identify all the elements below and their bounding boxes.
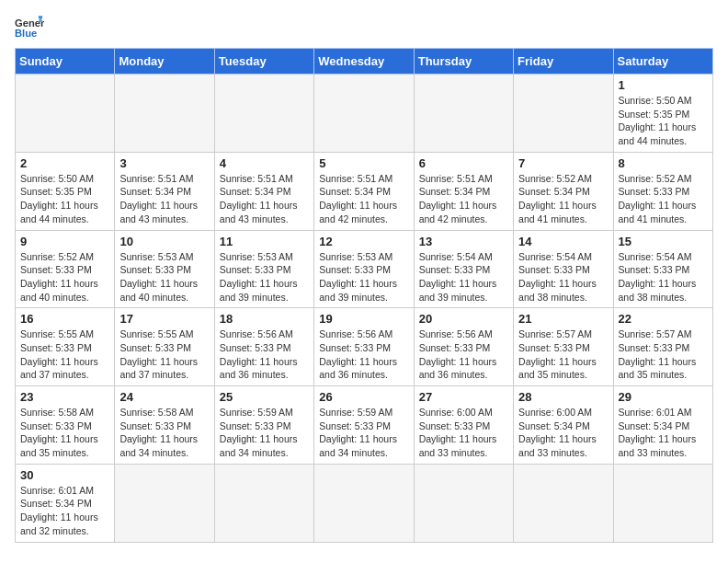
day-info: Sunrise: 5:54 AMSunset: 5:33 PMDaylight:… <box>518 250 608 304</box>
calendar-cell: 25Sunrise: 5:59 AMSunset: 5:33 PMDayligh… <box>214 386 313 465</box>
calendar-cell: 2Sunrise: 5:50 AMSunset: 5:35 PMDaylight… <box>16 152 115 230</box>
day-info: Sunrise: 5:54 AMSunset: 5:33 PMDaylight:… <box>419 250 508 304</box>
calendar-cell: 3Sunrise: 5:51 AMSunset: 5:34 PMDaylight… <box>115 152 214 230</box>
calendar-cell: 19Sunrise: 5:56 AMSunset: 5:33 PMDayligh… <box>314 308 414 386</box>
calendar-cell: 4Sunrise: 5:51 AMSunset: 5:34 PMDaylight… <box>214 152 313 230</box>
day-number: 22 <box>619 312 708 326</box>
day-info: Sunrise: 5:52 AMSunset: 5:34 PMDaylight:… <box>518 172 608 226</box>
logo: General Blue <box>15 15 44 40</box>
day-number: 6 <box>419 156 508 170</box>
week-row-5: 23Sunrise: 5:58 AMSunset: 5:33 PMDayligh… <box>16 386 713 465</box>
weekday-saturday: Saturday <box>613 49 712 75</box>
calendar-cell <box>514 75 613 153</box>
calendar-cell: 28Sunrise: 6:00 AMSunset: 5:34 PMDayligh… <box>514 386 613 465</box>
day-info: Sunrise: 5:51 AMSunset: 5:34 PMDaylight:… <box>220 172 309 226</box>
calendar-cell: 16Sunrise: 5:55 AMSunset: 5:33 PMDayligh… <box>16 308 115 386</box>
day-info: Sunrise: 5:56 AMSunset: 5:33 PMDaylight:… <box>319 327 408 382</box>
svg-text:Blue: Blue <box>15 28 37 39</box>
weekday-monday: Monday <box>115 49 214 75</box>
calendar-cell <box>514 464 613 542</box>
week-row-1: 1Sunrise: 5:50 AMSunset: 5:35 PMDaylight… <box>16 75 713 153</box>
day-info: Sunrise: 5:56 AMSunset: 5:33 PMDaylight:… <box>419 327 508 382</box>
page-header: General Blue <box>15 15 713 40</box>
day-number: 30 <box>20 468 109 482</box>
weekday-wednesday: Wednesday <box>314 49 414 75</box>
calendar-cell <box>314 75 414 153</box>
day-number: 21 <box>518 312 608 326</box>
day-number: 2 <box>20 156 109 170</box>
day-info: Sunrise: 5:52 AMSunset: 5:33 PMDaylight:… <box>20 250 109 304</box>
calendar-cell: 10Sunrise: 5:53 AMSunset: 5:33 PMDayligh… <box>115 230 214 308</box>
calendar-cell <box>214 464 313 542</box>
calendar-cell: 29Sunrise: 6:01 AMSunset: 5:34 PMDayligh… <box>613 386 712 465</box>
day-info: Sunrise: 6:00 AMSunset: 5:34 PMDaylight:… <box>518 406 608 460</box>
day-info: Sunrise: 5:51 AMSunset: 5:34 PMDaylight:… <box>419 172 508 226</box>
calendar-cell: 7Sunrise: 5:52 AMSunset: 5:34 PMDaylight… <box>514 152 613 230</box>
calendar-cell <box>115 75 214 153</box>
day-info: Sunrise: 5:53 AMSunset: 5:33 PMDaylight:… <box>220 250 309 304</box>
calendar-cell <box>414 464 513 542</box>
day-number: 26 <box>319 390 408 404</box>
calendar-cell: 15Sunrise: 5:54 AMSunset: 5:33 PMDayligh… <box>613 230 712 308</box>
calendar-cell: 8Sunrise: 5:52 AMSunset: 5:33 PMDaylight… <box>613 152 712 230</box>
calendar-cell: 1Sunrise: 5:50 AMSunset: 5:35 PMDaylight… <box>613 75 712 153</box>
day-number: 9 <box>20 235 109 248</box>
calendar-cell: 11Sunrise: 5:53 AMSunset: 5:33 PMDayligh… <box>214 230 313 308</box>
week-row-3: 9Sunrise: 5:52 AMSunset: 5:33 PMDaylight… <box>16 230 713 308</box>
week-row-4: 16Sunrise: 5:55 AMSunset: 5:33 PMDayligh… <box>16 308 713 386</box>
day-info: Sunrise: 5:50 AMSunset: 5:35 PMDaylight:… <box>20 172 109 226</box>
day-number: 7 <box>518 156 608 170</box>
day-number: 29 <box>619 390 708 404</box>
calendar-cell: 26Sunrise: 5:59 AMSunset: 5:33 PMDayligh… <box>314 386 414 465</box>
calendar-cell: 24Sunrise: 5:58 AMSunset: 5:33 PMDayligh… <box>115 386 214 465</box>
day-number: 15 <box>619 235 708 248</box>
calendar-cell: 5Sunrise: 5:51 AMSunset: 5:34 PMDaylight… <box>314 152 414 230</box>
day-info: Sunrise: 5:53 AMSunset: 5:33 PMDaylight:… <box>319 250 408 304</box>
calendar-cell: 6Sunrise: 5:51 AMSunset: 5:34 PMDaylight… <box>414 152 513 230</box>
day-number: 19 <box>319 312 408 326</box>
day-number: 24 <box>119 390 209 404</box>
calendar-cell: 22Sunrise: 5:57 AMSunset: 5:33 PMDayligh… <box>613 308 712 386</box>
day-number: 13 <box>419 235 508 248</box>
day-info: Sunrise: 5:57 AMSunset: 5:33 PMDaylight:… <box>518 327 608 382</box>
calendar-cell: 21Sunrise: 5:57 AMSunset: 5:33 PMDayligh… <box>514 308 613 386</box>
calendar-cell <box>414 75 513 153</box>
calendar-cell: 23Sunrise: 5:58 AMSunset: 5:33 PMDayligh… <box>16 386 115 465</box>
calendar-cell: 18Sunrise: 5:56 AMSunset: 5:33 PMDayligh… <box>214 308 313 386</box>
weekday-header-row: SundayMondayTuesdayWednesdayThursdayFrid… <box>16 49 713 75</box>
day-info: Sunrise: 5:56 AMSunset: 5:33 PMDaylight:… <box>220 327 309 382</box>
calendar-cell: 17Sunrise: 5:55 AMSunset: 5:33 PMDayligh… <box>115 308 214 386</box>
calendar-cell: 27Sunrise: 6:00 AMSunset: 5:33 PMDayligh… <box>414 386 513 465</box>
calendar-cell <box>16 75 115 153</box>
day-number: 4 <box>220 156 309 170</box>
weekday-thursday: Thursday <box>414 49 513 75</box>
day-number: 28 <box>518 390 608 404</box>
day-info: Sunrise: 5:59 AMSunset: 5:33 PMDaylight:… <box>220 406 309 460</box>
day-number: 12 <box>319 235 408 248</box>
calendar-cell: 9Sunrise: 5:52 AMSunset: 5:33 PMDaylight… <box>16 230 115 308</box>
day-info: Sunrise: 5:52 AMSunset: 5:33 PMDaylight:… <box>619 172 708 226</box>
day-info: Sunrise: 5:51 AMSunset: 5:34 PMDaylight:… <box>119 172 209 226</box>
calendar-cell: 20Sunrise: 5:56 AMSunset: 5:33 PMDayligh… <box>414 308 513 386</box>
day-info: Sunrise: 5:53 AMSunset: 5:33 PMDaylight:… <box>119 250 209 304</box>
calendar-cell <box>314 464 414 542</box>
day-number: 18 <box>220 312 309 326</box>
calendar-cell: 13Sunrise: 5:54 AMSunset: 5:33 PMDayligh… <box>414 230 513 308</box>
weekday-sunday: Sunday <box>16 49 115 75</box>
day-number: 20 <box>419 312 508 326</box>
day-info: Sunrise: 5:57 AMSunset: 5:33 PMDaylight:… <box>619 327 708 382</box>
day-number: 1 <box>619 78 708 92</box>
logo-icon: General Blue <box>15 15 44 40</box>
day-number: 16 <box>20 312 109 326</box>
day-number: 14 <box>518 235 608 248</box>
day-number: 11 <box>220 235 309 248</box>
day-info: Sunrise: 5:59 AMSunset: 5:33 PMDaylight:… <box>319 406 408 460</box>
day-number: 27 <box>419 390 508 404</box>
day-number: 17 <box>119 312 209 326</box>
calendar-cell: 12Sunrise: 5:53 AMSunset: 5:33 PMDayligh… <box>314 230 414 308</box>
week-row-2: 2Sunrise: 5:50 AMSunset: 5:35 PMDaylight… <box>16 152 713 230</box>
calendar-cell <box>613 464 712 542</box>
calendar-cell <box>115 464 214 542</box>
day-number: 25 <box>220 390 309 404</box>
day-info: Sunrise: 6:01 AMSunset: 5:34 PMDaylight:… <box>20 484 109 538</box>
